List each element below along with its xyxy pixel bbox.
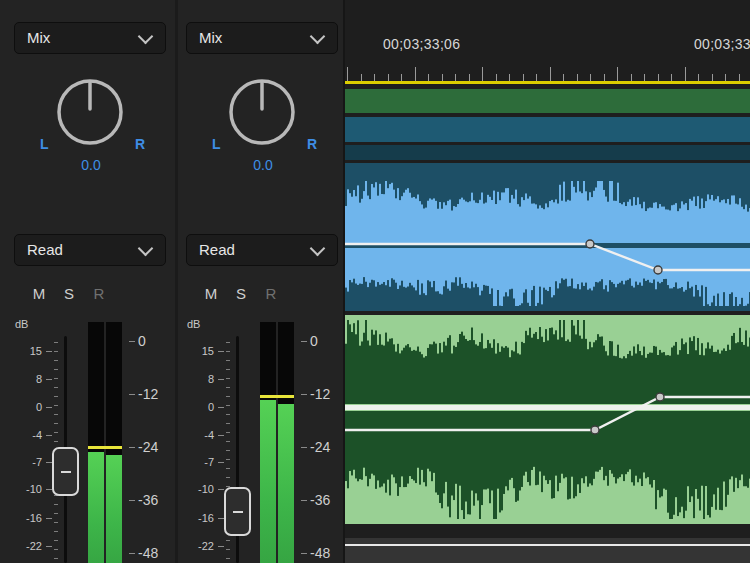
ruler-tick (496, 74, 497, 81)
ruler-tick (658, 74, 659, 81)
automation-line[interactable] (345, 244, 750, 270)
fader-scale-label: 0 (208, 401, 214, 414)
ruler-tick (455, 74, 456, 81)
meter-db-scale: 0-12-24-36-48 (128, 0, 174, 563)
fader-scale-label: -7 (32, 456, 42, 469)
meter-scale-label: -12 (138, 386, 158, 402)
meter-scale-label: 0 (310, 333, 318, 349)
ruler-tick (509, 74, 510, 81)
ruler-tick (523, 74, 524, 81)
ruler-tick (577, 74, 578, 81)
keyframe-handle[interactable] (586, 240, 594, 248)
ruler-tick (698, 74, 699, 81)
ruler-tick (617, 67, 618, 81)
fader-scale-label: -4 (32, 429, 42, 442)
strip-divider (175, 0, 178, 563)
fader-scale-label: -7 (204, 456, 214, 469)
ruler-tick (469, 74, 470, 81)
keyframe-handle[interactable] (654, 266, 662, 274)
fader-scale-label: -16 (26, 512, 42, 525)
level-meter-left (260, 322, 276, 563)
ruler-tick (361, 74, 362, 81)
clip-bar-teal[interactable] (345, 117, 750, 142)
fader-scale-label: -4 (204, 429, 214, 442)
meter-db-scale: 0-12-24-36-48 (300, 0, 345, 563)
record-arm-button[interactable]: R (90, 285, 108, 302)
video-clip-bar[interactable] (345, 89, 750, 113)
meter-scale-label: 0 (138, 333, 146, 349)
timeline-panel: 00;03;33;0600;03;33 (345, 0, 750, 563)
audio-clip-stereo-blue[interactable] (345, 163, 750, 311)
time-ruler[interactable]: 00;03;33;0600;03;33 (345, 0, 750, 81)
ruler-tick (712, 74, 713, 81)
fader-db-scale: 1580-4-7-10-16-22 (182, 0, 214, 563)
peak-hold-indicator (88, 446, 122, 449)
ruler-tick (550, 67, 551, 81)
audio-track-mixer-panel: Mix L R 0.0 Read M S R dB 1580-4-7-10-16… (0, 0, 345, 563)
work-area-bar (345, 81, 750, 84)
volume-fader-handle[interactable] (224, 487, 251, 536)
ruler-tick (442, 74, 443, 81)
premiere-audio-mixer-view: Mix L R 0.0 Read M S R dB 1580-4-7-10-16… (0, 0, 750, 563)
level-meter-right (278, 322, 294, 563)
timecode-label: 00;03;33;06 (383, 36, 460, 52)
ruler-tick (374, 74, 375, 81)
meter-scale-label: -24 (138, 439, 158, 455)
ruler-tick (347, 67, 348, 81)
level-meter-right (106, 322, 122, 563)
meter-fill-right (278, 404, 294, 563)
ruler-tick (671, 74, 672, 81)
audio-clip-stereo-green[interactable] (345, 315, 750, 524)
ruler-tick (401, 74, 402, 81)
fader-scale-label: 15 (30, 345, 42, 358)
meter-fill-left (260, 400, 276, 563)
ruler-tick (644, 74, 645, 81)
meter-scale-label: -36 (310, 492, 330, 508)
record-arm-button[interactable]: R (262, 285, 280, 302)
ruler-tick (685, 67, 686, 81)
keyframe-handle[interactable] (591, 426, 599, 434)
volume-fader-handle[interactable] (52, 447, 79, 496)
ruler-tick (590, 74, 591, 81)
fader-scale-label: -16 (198, 512, 214, 525)
meter-fill-left (88, 452, 104, 563)
ruler-tick (563, 74, 564, 81)
fader-scale-label: -22 (26, 540, 42, 553)
fader-scale-label: 8 (208, 373, 214, 386)
ruler-tick (631, 74, 632, 81)
ruler-tick (428, 74, 429, 81)
peak-hold-indicator (260, 395, 294, 398)
fader-scale-label: 8 (36, 373, 42, 386)
automation-line[interactable] (345, 397, 750, 430)
volume-automation-blue[interactable] (345, 163, 750, 311)
fader-scale-label: -22 (198, 540, 214, 553)
ruler-tick (388, 74, 389, 81)
solo-button[interactable]: S (232, 285, 250, 302)
fader-scale-label: -10 (26, 483, 42, 496)
ruler-tick (536, 74, 537, 81)
volume-automation-green[interactable] (345, 315, 750, 524)
fader-scale-label: 15 (202, 345, 214, 358)
ruler-tick (725, 74, 726, 81)
ruler-tick (604, 74, 605, 81)
ruler-tick (739, 74, 740, 81)
fader-db-scale: 1580-4-7-10-16-22 (10, 0, 42, 563)
timecode-label: 00;03;33 (694, 36, 750, 52)
clip-bar-teal-dark[interactable] (345, 145, 750, 160)
meter-scale-label: -48 (310, 545, 330, 561)
solo-button[interactable]: S (60, 285, 78, 302)
ruler-tick (415, 67, 416, 81)
meter-scale-label: -24 (310, 439, 330, 455)
audio-track-collapsed[interactable] (345, 538, 750, 563)
meter-scale-label: -36 (138, 492, 158, 508)
keyframe-handle[interactable] (656, 393, 664, 401)
pan-knob[interactable] (226, 76, 298, 148)
ruler-tick (482, 67, 483, 81)
fader-scale-label: 0 (36, 401, 42, 414)
mixer-strip-2: Mix L R 0.0 Read M S R dB 1580-4-7-10-16… (180, 0, 345, 563)
level-meter-left (88, 322, 104, 563)
meter-scale-label: -12 (310, 386, 330, 402)
meter-fill-right (106, 455, 122, 563)
pan-knob[interactable] (54, 76, 126, 148)
meter-scale-label: -48 (138, 545, 158, 561)
